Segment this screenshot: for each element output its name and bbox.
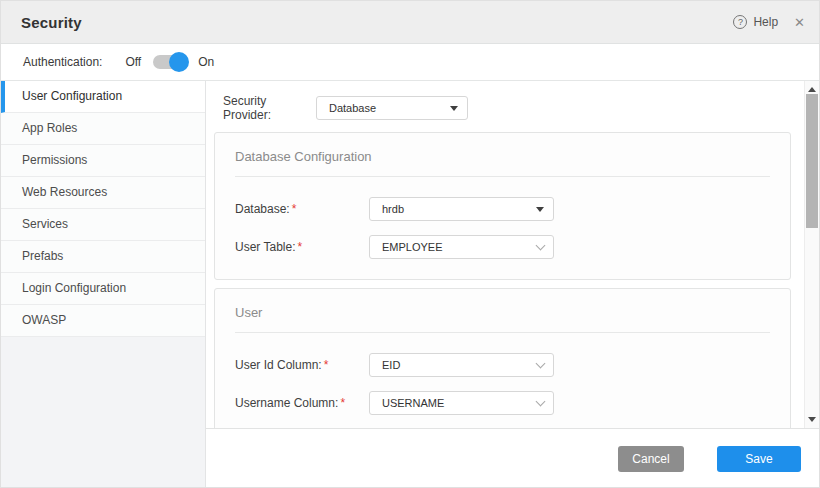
save-button[interactable]: Save xyxy=(717,446,801,472)
vertical-scrollbar[interactable] xyxy=(804,81,819,428)
user-section: User User Id Column:* EID Username Colum… xyxy=(214,288,791,428)
dropdown-arrow-icon xyxy=(450,106,458,111)
database-field-row: Database:* hrdb xyxy=(235,197,770,221)
footer: Cancel Save xyxy=(206,428,819,488)
user-id-column-field-row: User Id Column:* EID xyxy=(235,353,770,377)
close-icon[interactable]: ✕ xyxy=(794,15,805,30)
sidebar-item-prefabs[interactable]: Prefabs xyxy=(1,241,205,273)
username-column-select[interactable]: USERNAME xyxy=(369,391,554,415)
security-provider-label: Security Provider: xyxy=(223,94,316,122)
help-icon[interactable]: ? xyxy=(733,15,747,29)
user-table-value: EMPLOYEE xyxy=(382,241,443,253)
help-link[interactable]: Help xyxy=(753,15,778,29)
scroll-up-arrow-icon[interactable] xyxy=(808,87,816,92)
user-table-label: User Table:* xyxy=(235,240,369,254)
required-asterisk: * xyxy=(324,358,329,372)
chevron-down-icon xyxy=(536,240,546,250)
authentication-label: Authentication: xyxy=(23,55,102,69)
username-column-label: Username Column:* xyxy=(235,396,369,410)
scrollbar-thumb[interactable] xyxy=(806,94,818,228)
chevron-down-icon xyxy=(536,358,546,368)
database-value: hrdb xyxy=(382,203,404,215)
username-column-field-row: Username Column:* USERNAME xyxy=(235,391,770,415)
sidebar-item-login-configuration[interactable]: Login Configuration xyxy=(1,273,205,305)
sidebar-item-app-roles[interactable]: App Roles xyxy=(1,113,205,145)
toggle-knob-icon xyxy=(169,52,189,72)
authentication-toggle[interactable] xyxy=(153,55,186,69)
sidebar-item-services[interactable]: Services xyxy=(1,209,205,241)
required-asterisk: * xyxy=(297,240,302,254)
security-provider-value: Database xyxy=(329,102,376,114)
user-id-column-value: EID xyxy=(382,359,400,371)
page-title: Security xyxy=(21,14,82,31)
user-id-column-label: User Id Column:* xyxy=(235,358,369,372)
required-asterisk: * xyxy=(340,396,345,410)
titlebar: Security ? Help ✕ xyxy=(1,1,819,44)
sidebar: User Configuration App Roles Permissions… xyxy=(1,81,206,488)
sidebar-item-owasp[interactable]: OWASP xyxy=(1,305,205,337)
security-provider-select[interactable]: Database xyxy=(316,96,468,120)
username-column-value: USERNAME xyxy=(382,397,444,409)
user-id-column-select[interactable]: EID xyxy=(369,353,554,377)
sidebar-item-user-configuration[interactable]: User Configuration xyxy=(1,81,205,113)
chevron-down-icon xyxy=(536,396,546,406)
database-select[interactable]: hrdb xyxy=(369,197,554,221)
user-table-field-row: User Table:* EMPLOYEE xyxy=(235,235,770,259)
cancel-button[interactable]: Cancel xyxy=(618,446,684,472)
required-asterisk: * xyxy=(292,202,297,216)
authentication-row: Authentication: Off On xyxy=(1,44,819,81)
toggle-on-label: On xyxy=(198,55,214,69)
database-configuration-section: Database Configuration Database:* hrdb U… xyxy=(214,132,791,280)
section-title: User xyxy=(235,305,770,333)
database-label: Database:* xyxy=(235,202,369,216)
main-content: Security Provider: Database Database Con… xyxy=(206,81,819,428)
toggle-off-label: Off xyxy=(125,55,141,69)
scroll-down-arrow-icon[interactable] xyxy=(808,417,816,422)
security-dialog: Security ? Help ✕ Authentication: Off On… xyxy=(0,0,820,488)
sidebar-item-web-resources[interactable]: Web Resources xyxy=(1,177,205,209)
user-table-select[interactable]: EMPLOYEE xyxy=(369,235,554,259)
section-title: Database Configuration xyxy=(235,149,770,177)
sidebar-item-permissions[interactable]: Permissions xyxy=(1,145,205,177)
dropdown-arrow-icon xyxy=(536,207,544,212)
